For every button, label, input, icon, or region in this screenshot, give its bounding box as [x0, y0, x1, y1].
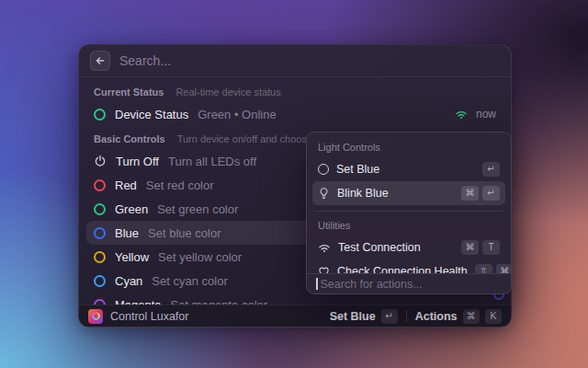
- return-key-badge: ↵: [381, 309, 398, 324]
- status-ring-icon: [94, 109, 106, 121]
- cmd-key-badge: ⌘: [496, 264, 511, 273]
- shortcut-keys: ⇧ ⌘ H: [475, 264, 511, 273]
- lightbulb-icon: [318, 187, 330, 200]
- desktop-background: Search... Current Status Real-time devic…: [0, 0, 588, 368]
- section-subtitle: Real-time device status: [175, 86, 280, 98]
- app-name: Control Luxafor: [110, 310, 188, 323]
- cyan-ring-icon: [94, 275, 106, 287]
- action-test-connection[interactable]: Test Connection ⌘ T: [312, 236, 505, 259]
- timestamp: now: [476, 108, 496, 121]
- shortcut-keys: ⌘ ↵: [461, 186, 500, 201]
- heart-icon: [318, 266, 330, 273]
- row-accessory: now: [455, 108, 496, 121]
- wifi-icon: [318, 242, 331, 253]
- blue-ring-icon: [94, 227, 106, 239]
- t-key-badge: T: [482, 240, 500, 255]
- actions-menu-button[interactable]: Actions: [415, 310, 458, 323]
- return-key-badge: ↵: [482, 186, 500, 201]
- yellow-ring-icon: [94, 251, 106, 263]
- footer-actions: Set Blue ↵ Actions ⌘ K: [330, 309, 502, 324]
- panel-section-light-controls: Light Controls: [312, 134, 505, 157]
- green-ring-icon: [94, 203, 106, 215]
- action-blink-blue[interactable]: Blink Blue ⌘ ↵: [312, 181, 505, 205]
- luxafor-app-icon: [88, 309, 103, 324]
- shortcut-keys: ↵: [482, 162, 500, 177]
- cmd-key-badge: ⌘: [461, 186, 479, 201]
- status-bar: Control Luxafor Set Blue ↵ Actions ⌘ K: [79, 305, 511, 327]
- section-title: Basic Controls: [94, 133, 165, 144]
- action-search-input[interactable]: Search for actions...: [321, 278, 423, 291]
- return-key-badge: ↵: [482, 162, 500, 177]
- primary-action-button[interactable]: Set Blue: [330, 310, 376, 323]
- panel-divider: [314, 211, 503, 212]
- action-panel: Light Controls Set Blue ↵ Blink Blue ⌘ ↵: [306, 132, 512, 294]
- action-search-bar: Search for actions...: [307, 273, 511, 293]
- action-check-connection-health[interactable]: Check Connection Health ⇧ ⌘ H: [312, 259, 505, 273]
- shift-key-badge: ⇧: [475, 264, 492, 273]
- back-button[interactable]: [90, 51, 110, 71]
- panel-section-utilities: Utilities: [312, 213, 505, 236]
- search-bar: Search...: [79, 45, 511, 76]
- row-device-status[interactable]: Device Status Green • Online now: [86, 102, 503, 126]
- section-header-current-status: Current Status Real-time device status: [86, 79, 503, 102]
- circle-icon: [318, 164, 329, 175]
- action-set-blue[interactable]: Set Blue ↵: [312, 157, 505, 181]
- wifi-icon: [455, 109, 468, 120]
- arrow-left-icon: [95, 55, 106, 66]
- red-ring-icon: [94, 179, 106, 191]
- power-icon: [94, 155, 107, 167]
- k-key-badge: K: [485, 309, 502, 324]
- text-cursor: [316, 278, 318, 290]
- action-panel-list: Light Controls Set Blue ↵ Blink Blue ⌘ ↵: [307, 132, 511, 273]
- shortcut-keys: ⌘ T: [461, 240, 500, 255]
- section-title: Current Status: [94, 86, 164, 98]
- cmd-key-badge: ⌘: [463, 309, 481, 324]
- cmd-key-badge: ⌘: [461, 240, 479, 255]
- footer-separator: [406, 310, 407, 322]
- search-input[interactable]: Search...: [119, 53, 171, 68]
- color-wheel-icon: [92, 312, 100, 320]
